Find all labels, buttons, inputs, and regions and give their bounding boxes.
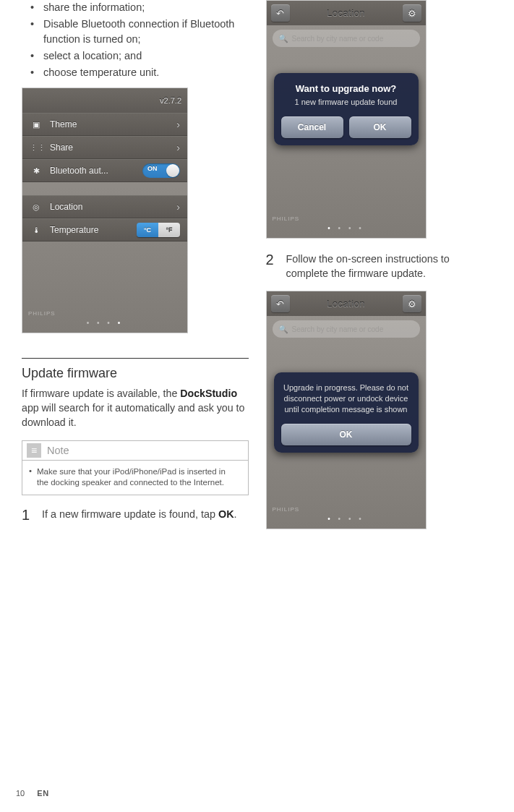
step-text: Follow the on-screen instructions to com… bbox=[286, 252, 493, 281]
step-text: If a new firmware update is found, tap O… bbox=[42, 507, 249, 523]
bluetooth-icon: ✱ bbox=[30, 166, 43, 176]
page-number: 10 bbox=[16, 789, 25, 798]
section-rule bbox=[22, 358, 249, 359]
toggle-knob bbox=[166, 164, 179, 177]
toggle-on-label: ON bbox=[147, 165, 158, 172]
brand-logo: PHILIPS bbox=[273, 215, 300, 222]
note-box: ≡ Note Make sure that your iPod/iPhone/i… bbox=[22, 440, 249, 495]
settings-screenshot: v2.7.2 ▣ Theme › ⋮⋮ Share › ✱ Bluetooth … bbox=[22, 87, 188, 333]
dockstudio-name: DockStudio bbox=[180, 388, 237, 399]
note-body: Make sure that your iPod/iPhone/iPad is … bbox=[22, 460, 248, 495]
brand-logo: PHILIPS bbox=[273, 506, 300, 513]
upgrade-progress-screenshot: ↶ Location ⚙ 🔍 Search by city name or co… bbox=[266, 291, 427, 529]
modal-message: 1 new firmware update found bbox=[281, 97, 411, 108]
search-icon: 🔍 bbox=[278, 34, 288, 43]
back-button[interactable]: ↶ bbox=[271, 4, 290, 22]
chevron-right-icon: › bbox=[176, 142, 180, 153]
search-input[interactable]: 🔍 Search by city name or code bbox=[273, 30, 420, 47]
note-header: ≡ Note bbox=[22, 441, 248, 460]
chevron-right-icon: › bbox=[176, 119, 180, 130]
language-code: EN bbox=[37, 789, 48, 798]
step-number: 2 bbox=[266, 252, 286, 281]
pager-dots: • • • • bbox=[267, 515, 426, 523]
fahrenheit-option[interactable]: °F bbox=[158, 223, 180, 237]
upgrade-prompt-screenshot: ↶ Location ⚙ 🔍 Search by city name or co… bbox=[266, 0, 427, 239]
step-1: 1 If a new firmware update is found, tap… bbox=[22, 507, 249, 523]
bullet-text: Disable Bluetooth connection if Bluetoot… bbox=[43, 18, 234, 45]
feature-bullet-list: share the information; Disable Bluetooth… bbox=[43, 0, 249, 80]
page-footer: 10 EN bbox=[16, 789, 49, 798]
location-icon: ◎ bbox=[30, 202, 43, 212]
ok-button[interactable]: OK bbox=[281, 424, 411, 445]
ok-bold: OK bbox=[218, 508, 234, 520]
step-text-fragment: If a new firmware update is found, tap bbox=[42, 508, 218, 520]
gear-icon: ⚙ bbox=[408, 299, 416, 309]
ok-button[interactable]: OK bbox=[349, 116, 411, 138]
back-arrow-icon: ↶ bbox=[276, 299, 284, 309]
gear-icon: ⚙ bbox=[408, 8, 416, 19]
bullet-text: share the information; bbox=[43, 1, 145, 13]
back-arrow-icon: ↶ bbox=[276, 8, 284, 19]
bullet-item: choose temperature unit. bbox=[43, 65, 249, 80]
bluetooth-label: Bluetooth aut... bbox=[50, 166, 142, 176]
step-number: 1 bbox=[22, 507, 42, 523]
temperature-row[interactable]: 🌡 Temperature °C °F bbox=[22, 218, 187, 242]
bullet-item: Disable Bluetooth connection if Bluetoot… bbox=[43, 17, 249, 47]
bluetooth-toggle[interactable]: ON bbox=[142, 163, 180, 178]
location-row[interactable]: ◎ Location › bbox=[22, 195, 187, 218]
location-label: Location bbox=[50, 202, 176, 212]
nav-title: Location bbox=[327, 299, 365, 309]
step-text-fragment: . bbox=[234, 508, 237, 520]
share-icon: ⋮⋮ bbox=[30, 143, 43, 153]
app-version-label: v2.7.2 bbox=[160, 96, 181, 105]
search-icon: 🔍 bbox=[278, 325, 288, 334]
theme-icon: ▣ bbox=[30, 120, 43, 129]
row-separator bbox=[22, 182, 187, 195]
progress-modal: Upgrade in progress. Please do not disco… bbox=[274, 372, 419, 453]
right-column: ↶ Location ⚙ 🔍 Search by city name or co… bbox=[257, 0, 502, 529]
page: share the information; Disable Bluetooth… bbox=[0, 0, 514, 529]
theme-label: Theme bbox=[50, 119, 176, 129]
pager-dots: • • • • bbox=[22, 319, 187, 327]
body-text: app will search for it automatically and… bbox=[22, 402, 244, 428]
pager-dots: • • • • bbox=[267, 224, 426, 232]
theme-row[interactable]: ▣ Theme › bbox=[22, 113, 187, 136]
back-button[interactable]: ↶ bbox=[271, 295, 290, 312]
bullet-item: share the information; bbox=[43, 0, 249, 15]
update-firmware-heading: Update firmware bbox=[22, 366, 249, 381]
location-navbar: ↶ Location ⚙ bbox=[267, 291, 426, 316]
modal-button-row: Cancel OK bbox=[281, 116, 411, 138]
modal-button-row: OK bbox=[281, 424, 411, 445]
bullet-text: choose temperature unit. bbox=[43, 67, 159, 78]
location-navbar: ↶ Location ⚙ bbox=[267, 1, 426, 25]
search-input[interactable]: 🔍 Search by city name or code bbox=[273, 320, 420, 338]
note-label: Note bbox=[47, 445, 69, 456]
temperature-unit-segment[interactable]: °C °F bbox=[137, 223, 180, 237]
note-icon: ≡ bbox=[27, 443, 41, 458]
left-column: share the information; Disable Bluetooth… bbox=[13, 0, 257, 529]
temperature-icon: 🌡 bbox=[30, 226, 43, 234]
nav-title: Location bbox=[327, 8, 365, 19]
modal-title: Want to upgrade now? bbox=[281, 83, 411, 94]
update-firmware-body: If firmware update is available, the Doc… bbox=[22, 387, 249, 430]
step-2: 2 Follow the on-screen instructions to c… bbox=[266, 252, 493, 281]
bullet-item: select a location; and bbox=[43, 48, 249, 64]
cancel-button[interactable]: Cancel bbox=[281, 116, 343, 138]
celsius-option[interactable]: °C bbox=[137, 223, 158, 237]
settings-button[interactable]: ⚙ bbox=[403, 4, 421, 22]
share-row[interactable]: ⋮⋮ Share › bbox=[22, 136, 187, 159]
settings-navbar: v2.7.2 bbox=[22, 88, 187, 113]
upgrade-modal: Want to upgrade now? 1 new firmware upda… bbox=[274, 73, 419, 145]
search-placeholder: Search by city name or code bbox=[292, 325, 384, 333]
settings-button[interactable]: ⚙ bbox=[403, 295, 421, 312]
bluetooth-row[interactable]: ✱ Bluetooth aut... ON bbox=[22, 159, 187, 182]
chevron-right-icon: › bbox=[176, 201, 180, 213]
brand-logo: PHILIPS bbox=[28, 310, 56, 317]
share-label: Share bbox=[50, 142, 176, 153]
bullet-text: select a location; and bbox=[43, 50, 142, 61]
body-text: If firmware update is available, the bbox=[22, 388, 180, 399]
temperature-label: Temperature bbox=[50, 225, 137, 235]
search-placeholder: Search by city name or code bbox=[292, 35, 384, 43]
modal-message: Upgrade in progress. Please do not disco… bbox=[281, 383, 411, 415]
